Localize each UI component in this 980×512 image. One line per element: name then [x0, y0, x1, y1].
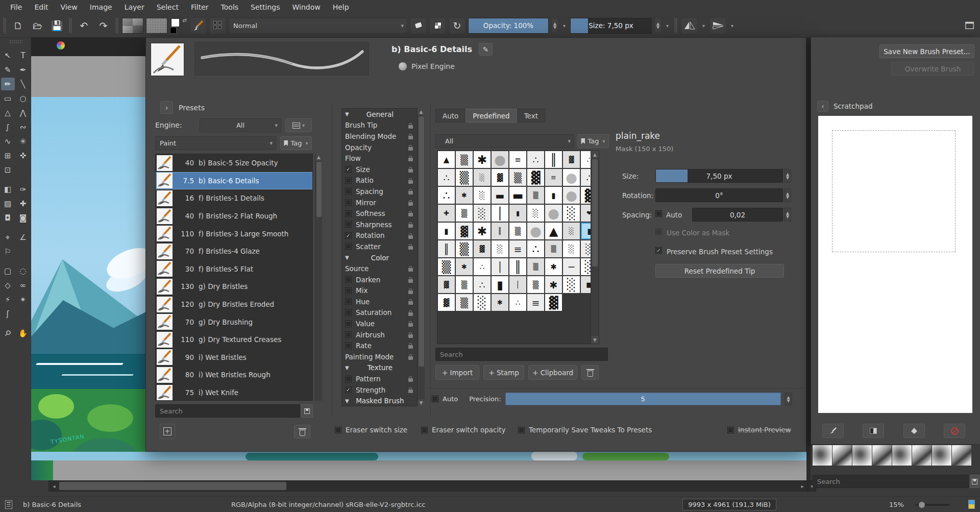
open-document-icon[interactable]: 🗁: [29, 17, 46, 34]
tip-search-input[interactable]: [435, 348, 608, 361]
preset-item[interactable]: 120g) Dry Bristles Eroded: [156, 296, 312, 313]
scroll-left-icon[interactable]: ◂: [50, 481, 58, 491]
brush-tip[interactable]: ✱: [545, 258, 562, 275]
option-checkbox[interactable]: [345, 276, 352, 283]
preset-tag-button[interactable]: Tag ▾: [280, 136, 312, 150]
brush-tip[interactable]: ░: [474, 187, 491, 204]
option-darken[interactable]: Darken: [342, 274, 424, 285]
preset-history-thumbnail[interactable]: [813, 445, 832, 466]
brush-tip[interactable]: ▒: [456, 240, 473, 257]
docker-search-save-button[interactable]: [970, 475, 979, 488]
tool-magnetic-select-icon[interactable]: ⚡: [1, 293, 15, 306]
size-spinner[interactable]: ▲▼: [654, 18, 662, 33]
tip-spacing-field[interactable]: 0,02: [692, 208, 783, 222]
option-checkbox[interactable]: [345, 376, 352, 382]
option-checkbox[interactable]: ✓: [345, 232, 352, 239]
checkbox[interactable]: [518, 427, 525, 433]
tool-ellipse-icon[interactable]: ○: [16, 92, 30, 105]
preset-category-dropdown[interactable]: Paint ▾: [155, 136, 276, 150]
brush-tip[interactable]: ▒: [509, 169, 526, 186]
scratchpad-canvas[interactable]: [818, 116, 972, 413]
brush-tip[interactable]: ▲: [545, 223, 562, 239]
tool-freehand-path-icon[interactable]: ∾: [16, 120, 30, 133]
brush-tip[interactable]: ∴: [474, 276, 491, 293]
precision-auto-checkbox[interactable]: [432, 396, 438, 402]
swap-colors-icon[interactable]: ⇄: [183, 17, 187, 23]
brush-tip[interactable]: ▬: [492, 187, 508, 204]
preset-history-thumbnail[interactable]: [852, 445, 872, 466]
option-mirror[interactable]: Mirror: [342, 197, 424, 208]
save-new-preset-button[interactable]: Save New Brush Preset...: [879, 44, 974, 58]
tab-auto[interactable]: Auto: [435, 109, 465, 123]
brush-tip[interactable]: ░: [563, 240, 580, 257]
brush-tip[interactable]: ▮: [545, 187, 562, 204]
tool-zoom-icon[interactable]: ⚲: [0, 324, 17, 343]
checkbox[interactable]: [727, 427, 734, 433]
checkbox-eraser-switch-opacity[interactable]: Eraser switch opacity: [421, 426, 505, 434]
brush-tip[interactable]: ▒: [527, 276, 544, 293]
tool-similar-color-select-icon[interactable]: ✴: [16, 293, 30, 306]
blending-mode-dropdown[interactable]: Normal ▾: [229, 18, 407, 34]
tip-rotation-spinner[interactable]: ▲▼: [784, 188, 791, 202]
toolbox-drag-handle[interactable]: [9, 40, 22, 44]
tool-smart-patch-icon[interactable]: ✚: [16, 197, 30, 210]
show-canvas-only-icon[interactable]: 🗖: [961, 17, 978, 34]
preset-item[interactable]: 80i) Wet Bristles Rough: [156, 366, 312, 384]
brush-tip[interactable]: ≡: [527, 294, 544, 311]
option-checkbox[interactable]: [345, 221, 352, 228]
scroll-up-icon[interactable]: ▲: [315, 154, 322, 161]
option-checkbox[interactable]: [345, 287, 352, 294]
brush-tip[interactable]: ▓: [545, 294, 562, 311]
brush-tip[interactable]: ✚: [438, 205, 455, 222]
precision-spinner[interactable]: ▲▼: [785, 393, 792, 405]
option-sharpness[interactable]: Sharpness: [342, 219, 424, 230]
preset-history-thumbnail[interactable]: [832, 445, 852, 466]
menu-tools[interactable]: Tools: [215, 2, 245, 13]
scratchpad-fill-gradient-button[interactable]: [863, 424, 884, 438]
brush-tip[interactable]: ▮: [509, 205, 526, 222]
brush-tip[interactable]: ✱: [545, 276, 562, 293]
option-source[interactable]: Source: [342, 263, 424, 274]
delete-preset-button[interactable]: [294, 425, 310, 438]
tool-bezier-curve-icon[interactable]: ∫: [1, 120, 15, 133]
tool-freehand-brush-icon[interactable]: ✏: [1, 78, 15, 90]
brush-tip[interactable]: ▒: [456, 151, 473, 168]
preserve-alpha-button[interactable]: [429, 17, 446, 34]
brush-tip[interactable]: ∴: [438, 169, 455, 186]
preset-item[interactable]: 90i) Wet Bristles: [156, 349, 312, 367]
option-ratio[interactable]: Ratio: [342, 175, 424, 186]
brush-tip[interactable]: ░: [474, 205, 491, 222]
option-checkbox[interactable]: [345, 243, 352, 250]
opacity-options-icon[interactable]: ▾: [561, 23, 568, 29]
option-strength[interactable]: ✓Strength: [342, 384, 424, 396]
color-profile-icon[interactable]: [968, 500, 975, 509]
tool-polygonal-select-icon[interactable]: ◇: [1, 279, 15, 291]
brush-tip[interactable]: ▒: [527, 258, 544, 275]
scratchpad-paint-button[interactable]: [822, 424, 844, 438]
brush-tip[interactable]: ●: [563, 187, 580, 204]
brush-tip[interactable]: ✱: [474, 223, 491, 239]
tip-scroll-thumb[interactable]: [592, 159, 598, 266]
preset-history-thumbnail[interactable]: [912, 445, 932, 466]
brush-tip[interactable]: ║: [509, 258, 526, 275]
brush-preset-chooser-button[interactable]: [190, 17, 207, 34]
tool-select-shapes-icon[interactable]: ↖: [1, 49, 15, 62]
brush-tip[interactable]: ▓: [456, 223, 473, 239]
menu-filter[interactable]: Filter: [185, 2, 215, 13]
precision-slider[interactable]: 5: [505, 393, 781, 405]
tab-text[interactable]: Text: [517, 109, 545, 123]
background-color[interactable]: [170, 27, 177, 34]
option-hue[interactable]: Hue: [342, 296, 424, 307]
brush-tip[interactable]: ▒: [545, 240, 562, 257]
horizontal-scroll-thumb[interactable]: [59, 482, 286, 490]
tip-size-field[interactable]: 7,50 px: [655, 169, 783, 183]
redo-icon[interactable]: ↷: [95, 17, 112, 34]
brush-tip[interactable]: ▒: [456, 276, 473, 293]
brush-tip[interactable]: │: [509, 276, 526, 293]
canvas-bottom-strip[interactable]: [31, 452, 806, 460]
menu-window[interactable]: Window: [286, 2, 327, 13]
preset-item[interactable]: 110f) Bristles-3 Large Smooth: [156, 225, 312, 242]
overwrite-brush-button[interactable]: Overwrite Brush: [891, 62, 974, 76]
brush-tip[interactable]: ∴: [474, 258, 491, 275]
brush-tip[interactable]: ●: [527, 223, 544, 239]
